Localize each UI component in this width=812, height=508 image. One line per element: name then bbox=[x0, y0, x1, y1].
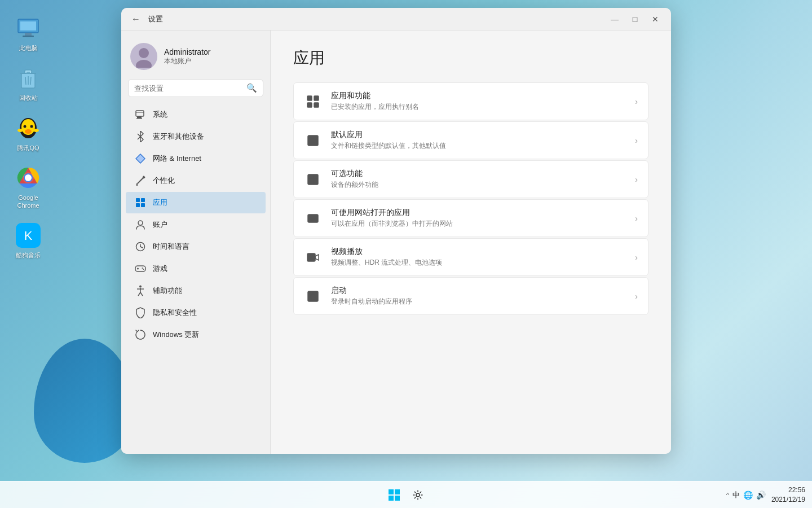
svg-rect-69 bbox=[389, 489, 394, 494]
svg-rect-51 bbox=[307, 103, 312, 107]
web-apps-icon bbox=[304, 209, 322, 227]
optional-features-text: 可选功能 设备的额外功能 bbox=[331, 169, 630, 190]
menu-item-default-apps[interactable]: 默认应用 文件和链接类型的默认值，其他默认值 › bbox=[293, 121, 648, 159]
svg-point-22 bbox=[136, 60, 152, 68]
window-title: 设置 bbox=[148, 14, 606, 24]
svg-point-9 bbox=[24, 125, 27, 128]
sidebar-item-gaming[interactable]: 游戏 bbox=[126, 258, 266, 279]
sidebar-item-network[interactable]: 网络 & Internet bbox=[126, 148, 266, 169]
sidebar-item-system[interactable]: 系统 bbox=[126, 104, 266, 125]
settings-taskbar-button[interactable] bbox=[408, 485, 428, 505]
windows-update-icon bbox=[135, 329, 146, 340]
svg-point-43 bbox=[143, 269, 144, 270]
apps-features-title: 应用和功能 bbox=[331, 91, 630, 101]
svg-point-42 bbox=[142, 268, 143, 269]
startup-icon bbox=[304, 287, 322, 305]
tray-lang: 中 bbox=[732, 490, 740, 500]
sidebar-label-gaming: 游戏 bbox=[153, 264, 167, 274]
menu-item-startup[interactable]: 启动 登录时自动启动的应用程序 › bbox=[293, 277, 648, 315]
desktop-icon-area: 此电脑 回收站 bbox=[0, 0, 56, 274]
user-name: Administrator bbox=[164, 47, 210, 56]
svg-rect-32 bbox=[141, 198, 145, 202]
sidebar-label-privacy: 隐私和安全性 bbox=[153, 308, 197, 318]
clock-time: 22:56 bbox=[771, 485, 805, 495]
clock: 22:56 2021/12/19 bbox=[771, 485, 805, 505]
taskbar-center bbox=[384, 485, 428, 505]
sidebar-label-accounts: 账户 bbox=[153, 220, 167, 230]
tray-volume: 🔊 bbox=[756, 491, 766, 500]
sidebar-item-accounts[interactable]: 账户 bbox=[126, 214, 266, 235]
optional-features-subtitle: 设备的额外功能 bbox=[331, 180, 630, 190]
accessibility-icon bbox=[135, 285, 146, 296]
tray-chevron[interactable]: ^ bbox=[726, 492, 729, 498]
sidebar-item-privacy[interactable]: 隐私和安全性 bbox=[126, 302, 266, 323]
video-text: 视频播放 视频调整、HDR 流式处理、电池选项 bbox=[331, 247, 630, 268]
video-title: 视频播放 bbox=[331, 247, 630, 257]
back-button[interactable]: ← bbox=[128, 11, 144, 27]
apps-features-subtitle: 已安装的应用，应用执行别名 bbox=[331, 102, 630, 112]
search-box[interactable]: 🔍 bbox=[128, 79, 263, 97]
svg-rect-72 bbox=[395, 496, 400, 501]
user-info: Administrator 本地账户 bbox=[164, 47, 210, 66]
svg-rect-1 bbox=[20, 21, 36, 30]
taskbar-right: ^ 中 🌐 🔊 22:56 2021/12/19 bbox=[726, 485, 805, 505]
system-icon bbox=[135, 109, 146, 120]
search-input[interactable] bbox=[134, 84, 242, 93]
web-apps-text: 可使用网站打开的应用 可以在应用（而非浏览器）中打开的网站 bbox=[331, 208, 630, 229]
startup-arrow: › bbox=[635, 292, 638, 301]
desktop-icon-my-computer[interactable]: 此电脑 bbox=[6, 11, 51, 55]
sidebar-item-datetime[interactable]: 时间和语言 bbox=[126, 236, 266, 257]
recycle-bin-icon bbox=[15, 64, 42, 91]
svg-rect-2 bbox=[25, 33, 32, 36]
start-button[interactable] bbox=[384, 485, 404, 505]
default-apps-title: 默认应用 bbox=[331, 130, 630, 140]
desktop-icon-qq[interactable]: 腾讯QQ bbox=[6, 111, 51, 155]
sidebar-item-apps[interactable]: 应用 bbox=[126, 192, 266, 213]
svg-marker-65 bbox=[315, 255, 319, 260]
svg-point-73 bbox=[416, 493, 420, 497]
maximize-button[interactable]: □ bbox=[626, 11, 644, 27]
svg-point-44 bbox=[139, 286, 142, 288]
video-arrow: › bbox=[635, 253, 638, 262]
bluetooth-icon bbox=[135, 131, 146, 142]
menu-item-web-apps[interactable]: 可使用网站打开的应用 可以在应用（而非浏览器）中打开的网站 › bbox=[293, 199, 648, 237]
svg-marker-27 bbox=[136, 154, 145, 163]
desktop-icon-qqmusic[interactable]: K 酷狗音乐 bbox=[6, 218, 51, 262]
svg-point-12 bbox=[17, 129, 23, 132]
sidebar-item-windows-update[interactable]: Windows 更新 bbox=[126, 324, 266, 345]
sidebar-label-network: 网络 & Internet bbox=[153, 154, 201, 164]
desktop-icon-chrome[interactable]: Google Chrome bbox=[6, 161, 51, 213]
desktop: 此电脑 回收站 bbox=[0, 0, 812, 508]
close-button[interactable]: ✕ bbox=[646, 11, 664, 27]
user-profile[interactable]: Administrator 本地账户 bbox=[121, 36, 270, 79]
deco-element bbox=[34, 339, 135, 463]
minimize-button[interactable]: — bbox=[606, 11, 624, 27]
svg-rect-52 bbox=[314, 103, 319, 107]
privacy-icon bbox=[135, 307, 146, 318]
default-apps-arrow: › bbox=[635, 136, 638, 145]
svg-line-38 bbox=[140, 247, 143, 248]
sidebar-label-accessibility: 辅助功能 bbox=[153, 286, 182, 296]
apps-features-icon bbox=[304, 93, 322, 111]
datetime-icon bbox=[135, 241, 146, 252]
title-bar: ← 设置 — □ ✕ bbox=[121, 8, 671, 30]
desktop-icon-recycle-bin[interactable]: 回收站 bbox=[6, 61, 51, 105]
sidebar-label-datetime: 时间和语言 bbox=[153, 242, 189, 252]
sidebar-label-personalize: 个性化 bbox=[153, 176, 175, 186]
sidebar-item-personalize[interactable]: 个性化 bbox=[126, 170, 266, 191]
menu-item-optional-features[interactable]: 可选功能 设备的额外功能 › bbox=[293, 160, 648, 198]
svg-point-63 bbox=[311, 215, 312, 216]
sidebar-item-accessibility[interactable]: 辅助功能 bbox=[126, 280, 266, 301]
sidebar-item-bluetooth[interactable]: 蓝牙和其他设备 bbox=[126, 126, 266, 147]
settings-window: ← 设置 — □ ✕ bbox=[121, 8, 671, 454]
menu-item-apps-features[interactable]: 应用和功能 已安装的应用，应用执行别名 › bbox=[293, 82, 648, 120]
personalize-icon bbox=[135, 175, 146, 186]
window-body: Administrator 本地账户 🔍 bbox=[121, 30, 671, 454]
svg-rect-30 bbox=[136, 183, 138, 186]
web-apps-arrow: › bbox=[635, 214, 638, 223]
apps-icon bbox=[135, 197, 146, 208]
svg-rect-25 bbox=[137, 116, 142, 118]
svg-rect-31 bbox=[136, 198, 140, 202]
svg-line-47 bbox=[138, 292, 140, 296]
menu-item-video[interactable]: 视频播放 视频调整、HDR 流式处理、电池选项 › bbox=[293, 238, 648, 276]
